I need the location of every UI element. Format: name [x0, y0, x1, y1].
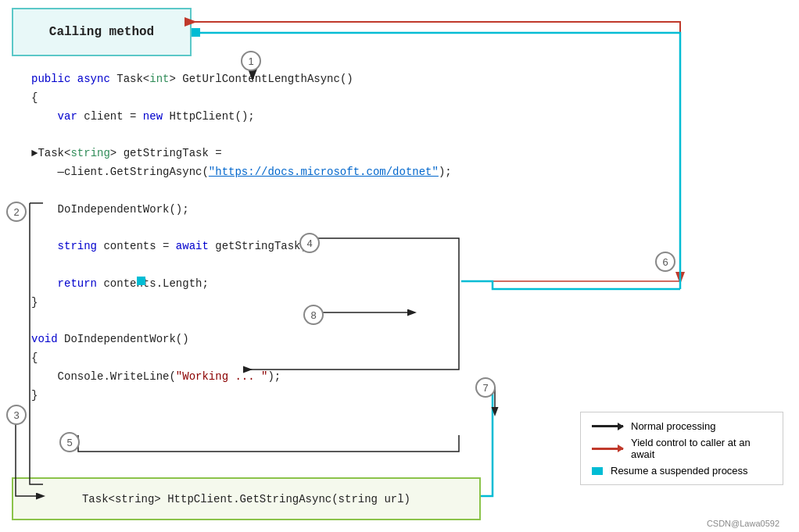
code-line-12: return contents.Length;: [31, 275, 783, 294]
code-line-1: public async Task<int> GetUrlContentLeng…: [31, 70, 783, 89]
code-line-3: var client = new HttpClient();: [31, 108, 783, 127]
credit-text: CSDN@Lawa0592: [707, 519, 779, 528]
circle-2: 2: [6, 202, 27, 222]
code-line-15: void DoIndependentWork(): [31, 330, 783, 349]
circle-6: 6: [655, 252, 675, 272]
code-line-13: }: [31, 294, 783, 312]
legend-item-yield: Yield control to caller at an await: [592, 437, 772, 460]
circle-1: 1: [241, 51, 261, 71]
svg-rect-5: [192, 28, 200, 37]
circle-3: 3: [6, 405, 27, 425]
code-line-18: }: [31, 387, 783, 405]
code-line-8: DoIndependentWork();: [31, 201, 783, 220]
code-line-17: Console.WriteLine("Working ... ");: [31, 368, 783, 387]
calling-method-box: Calling method: [12, 8, 192, 56]
legend-yield-line: [592, 448, 623, 450]
legend-item-resume: Resume a suspended process: [592, 465, 772, 477]
circle-7: 7: [475, 377, 496, 398]
code-line-6: —client.GetStringAsync("https://docs.mic…: [31, 163, 783, 182]
legend: Normal processing Yield control to calle…: [580, 412, 783, 485]
code-line-2: {: [31, 89, 783, 108]
task-box: Task<string> HttpClient.GetStringAsync(s…: [12, 477, 481, 520]
task-box-label: Task<string> HttpClient.GetStringAsync(s…: [82, 493, 410, 505]
code-line-5: ►Task<string> getStringTask =: [31, 145, 783, 163]
circle-4: 4: [299, 233, 320, 253]
code-area: public async Task<int> GetUrlContentLeng…: [31, 70, 783, 405]
code-line-16: {: [31, 349, 783, 368]
legend-resume-label: Resume a suspended process: [611, 465, 748, 477]
legend-normal-line: [592, 425, 623, 427]
calling-method-label: Calling method: [49, 25, 154, 39]
circle-8: 8: [303, 305, 324, 325]
code-line-blank3: [31, 219, 783, 237]
legend-normal-label: Normal processing: [631, 420, 715, 432]
code-line-blank2: [31, 182, 783, 201]
circle-5: 5: [59, 432, 80, 452]
code-line-blank1: [31, 126, 783, 145]
legend-resume-square: [592, 467, 603, 475]
legend-item-normal: Normal processing: [592, 420, 772, 432]
legend-yield-label: Yield control to caller at an await: [631, 437, 772, 460]
code-line-blank5: [31, 312, 783, 330]
